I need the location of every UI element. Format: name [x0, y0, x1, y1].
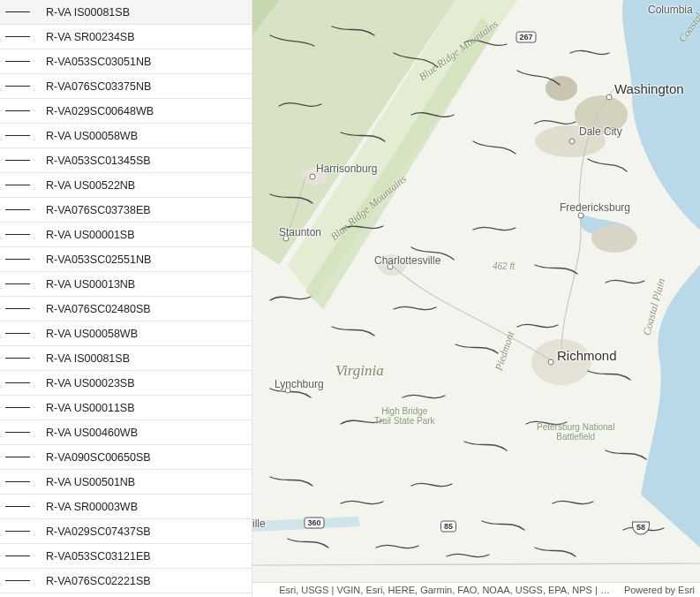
basemap	[252, 0, 700, 597]
list-item-label: R-VA053SC01345SB	[46, 155, 245, 167]
list-item-label: R-VA029SC07437SB	[46, 525, 245, 538]
list-item-label: R-VA IS00081SB	[46, 352, 245, 365]
list-item[interactable]: R-VA090SC00650SB	[0, 445, 252, 470]
polyline-swatch-icon	[5, 86, 30, 87]
polyline-swatch-icon	[5, 110, 30, 111]
map-attribution: Esri, USGS | VGIN, Esri, HERE, Garmin, F…	[252, 582, 700, 597]
attribution-powered: Powered by Esri	[624, 585, 695, 595]
polyline-swatch-icon	[5, 506, 30, 507]
polyline-swatch-icon	[5, 160, 30, 161]
polyline-swatch-icon	[5, 36, 30, 37]
list-item[interactable]: R-VA076SC02480SB	[0, 297, 252, 321]
list-item-label: R-VA053SC02551NB	[46, 253, 245, 266]
list-item[interactable]: R-VA076SC02221SB	[0, 569, 252, 593]
svg-point-3	[535, 125, 606, 157]
list-item-label: R-VA076SC03738EB	[46, 204, 245, 216]
polyline-swatch-icon	[5, 308, 30, 309]
list-item[interactable]: R-VA US00522NB	[0, 173, 252, 198]
map-pane[interactable]: ColumbiaWashingtonDale CityHarrisonburgF…	[252, 0, 700, 597]
list-item[interactable]: R-VA US00011SB	[0, 396, 252, 420]
list-item-label: R-VA US00522NB	[46, 179, 245, 192]
list-item[interactable]: R-VA US00001SB	[0, 223, 252, 247]
polyline-swatch-icon	[5, 580, 30, 581]
polyline-swatch-icon	[5, 407, 30, 408]
list-item[interactable]: R-VA053SC03121EB	[0, 544, 252, 569]
list-item[interactable]: R-VA076SC03375NB	[0, 74, 252, 99]
polyline-swatch-icon	[5, 457, 30, 457]
list-item-label: R-VA076SC03375NB	[46, 80, 245, 93]
list-item-label: R-VA053SC03121EB	[46, 550, 245, 563]
svg-point-4	[591, 224, 637, 253]
list-item[interactable]: R-VA US00058WB	[0, 321, 252, 346]
list-item[interactable]: R-VA US00501NB	[0, 470, 252, 495]
polyline-swatch-icon	[5, 259, 30, 260]
list-item[interactable]: R-VA029SC00648WB	[0, 99, 252, 124]
polyline-swatch-icon	[5, 283, 30, 284]
list-item-label: R-VA US00058WB	[46, 130, 245, 142]
list-item-label: R-VA US00011SB	[46, 402, 245, 414]
list-item-label: R-VA US00460WB	[46, 427, 245, 439]
list-item[interactable]: R-VA029SC07437SB	[0, 519, 252, 544]
list-item-label: R-VA US00501NB	[46, 476, 245, 488]
polyline-swatch-icon	[5, 555, 30, 556]
list-item-label: R-VA IS00081SB	[46, 6, 245, 19]
list-item[interactable]: R-VA053SC01345SB	[0, 148, 252, 173]
list-item[interactable]: R-VA SR00003WB	[0, 495, 252, 519]
list-item-label: R-VA US00013NB	[46, 278, 245, 291]
polyline-swatch-icon	[5, 531, 30, 532]
list-item-label: R-VA053SC03051NB	[46, 56, 245, 68]
list-item-label: R-VA SR00234SB	[46, 31, 245, 43]
polyline-swatch-icon	[5, 333, 30, 334]
polyline-swatch-icon	[5, 209, 30, 210]
list-item[interactable]: R-VA US00023SB	[0, 371, 252, 396]
svg-point-2	[546, 76, 577, 101]
polyline-swatch-icon	[5, 481, 30, 482]
attribution-sources: Esri, USGS | VGIN, Esri, HERE, Garmin, F…	[279, 585, 610, 595]
list-item[interactable]: R-VA IS00081SB	[0, 346, 252, 371]
app-root: R-VA IS00081SBR-VA SR00234SBR-VA053SC030…	[0, 0, 700, 597]
list-item-label: R-VA US00058WB	[46, 328, 245, 340]
list-item-label: R-VA076SC02480SB	[46, 303, 245, 315]
polyline-swatch-icon	[5, 11, 30, 12]
list-item[interactable]: R-VA SR00234SB	[0, 25, 252, 49]
polyline-swatch-icon	[5, 135, 30, 136]
polyline-swatch-icon	[5, 234, 30, 235]
list-item-label: R-VA US00001SB	[46, 229, 245, 241]
list-item[interactable]: R-VA076SC03738EB	[0, 198, 252, 223]
list-item-label: R-VA029SC00648WB	[46, 105, 245, 117]
list-item[interactable]: R-VA053SC02551NB	[0, 247, 252, 272]
svg-point-6	[378, 254, 406, 276]
list-item-label: R-VA090SC00650SB	[46, 451, 245, 464]
polyline-swatch-icon	[5, 358, 30, 359]
list-item[interactable]: R-VA IS00081SB	[0, 0, 252, 25]
list-item-label: R-VA US00023SB	[46, 377, 245, 389]
svg-point-7	[302, 168, 327, 185]
list-item-label: R-VA SR00003WB	[46, 501, 245, 513]
list-item-label: R-VA076SC02221SB	[46, 575, 245, 587]
polyline-swatch-icon	[5, 432, 30, 433]
list-item[interactable]: R-VA US00013NB	[0, 272, 252, 297]
polyline-swatch-icon	[5, 61, 30, 62]
list-item[interactable]: R-VA US00058WB	[0, 124, 252, 148]
list-item[interactable]: R-VA053SC03051NB	[0, 49, 252, 74]
polyline-swatch-icon	[5, 185, 30, 185]
route-list-sidebar[interactable]: R-VA IS00081SBR-VA SR00234SBR-VA053SC030…	[0, 0, 252, 597]
list-item[interactable]: R-VA US00460WB	[0, 420, 252, 445]
polyline-swatch-icon	[5, 382, 30, 383]
